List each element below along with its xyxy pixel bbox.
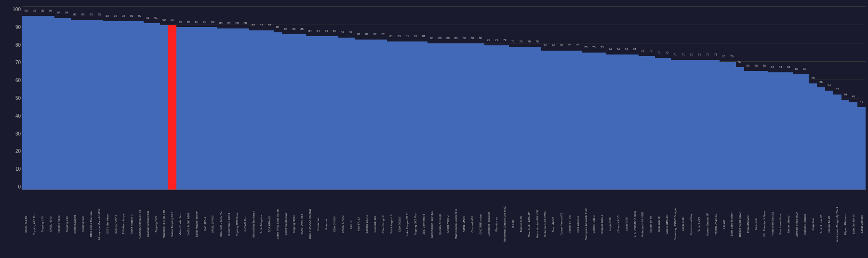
bar-value: 75 <box>601 46 604 49</box>
bar: 79 <box>484 45 493 190</box>
bar-label: Masstrop THX 00 789 <box>162 210 165 238</box>
bar-value: 81 <box>398 35 401 38</box>
bar-value: 82 <box>374 33 377 36</box>
bar: 81 <box>387 41 395 190</box>
bar: 73 <box>639 56 647 190</box>
bar-value: 76 <box>552 44 555 47</box>
bar-label: Chord Mojo 2 <box>446 216 449 233</box>
bar: 76 <box>549 51 558 190</box>
bar-label: Motu Hifi <box>755 218 758 230</box>
bar-label: Schiit LYR2 <box>698 217 701 232</box>
bar-value: 90 <box>162 18 166 21</box>
bar-label: ifi zen can <box>317 217 320 231</box>
bar: 52 <box>833 95 841 190</box>
bar-group: 65ProjectSolaris <box>744 7 752 190</box>
bar-value: 63 <box>795 68 799 70</box>
y-label-30: 30 <box>4 131 21 136</box>
bar-value: 93 <box>90 13 93 16</box>
bar-value: 84 <box>308 29 312 32</box>
bar-value: 79 <box>503 39 507 41</box>
bar-group: 70HD125 <box>720 7 728 190</box>
bar-label: SMSL M500 MKII <box>187 213 190 236</box>
bar-group: 74SPL Phonitor X New <box>630 7 639 190</box>
bar-label: Burson Soloist 3P <box>706 213 709 236</box>
y-label-20: 20 <box>4 149 21 154</box>
bar-group: 80ENCORE mdac <box>476 7 484 190</box>
bar-group: 78Woo Audio HPA-3B <box>525 7 533 190</box>
bar-group: 80Qudelix 5K High <box>436 7 444 190</box>
bar-group: 95SMSL H200 <box>46 7 54 190</box>
bar: 82 <box>363 40 371 190</box>
bar-group: 89Meier Corda Jazz <box>176 7 185 190</box>
bar: 65 <box>744 71 752 190</box>
bar-value: 67 <box>738 60 742 63</box>
bar: 88 <box>225 28 233 190</box>
bar-group: 75Monoprice Monolith THX <box>582 7 590 190</box>
bar-label: EDA 303BS <box>398 217 401 232</box>
bar-group: 90Sabre Topping DX5 <box>168 7 176 190</box>
bar-label: ifi Zen <box>511 220 514 228</box>
bar-label: Sabre Topping DX5 <box>171 212 174 237</box>
bar-group: 91Geshelli Archel2 Bal <box>144 7 152 190</box>
bar-value: 63 <box>803 68 807 70</box>
bar: 81 <box>395 41 403 190</box>
bar-group: 85Sabre A10d 2022 <box>282 7 290 190</box>
bar-value: 85 <box>292 27 295 30</box>
bar-value: 92 <box>130 14 134 17</box>
bar-value: 76 <box>576 44 579 47</box>
bar: 63 <box>801 74 809 190</box>
bar-value: 75 <box>584 46 588 49</box>
bar-label: Qudelix 5K High <box>439 214 441 234</box>
bar-label: Violectric HPA V381 <box>641 211 644 237</box>
bar-value: 89 <box>203 20 206 23</box>
bar-label: SMSL M500 <box>463 217 466 232</box>
bar-value: 82 <box>357 33 361 36</box>
bar-label: xDuoo TA-84 <box>649 216 652 233</box>
bar: 71 <box>687 60 695 190</box>
y-label-100: 100 <box>4 7 21 12</box>
bar-value: 95 <box>25 9 28 12</box>
bar-value: 84 <box>317 29 320 32</box>
bar-group: 56Schiit Loki+ 20 <box>817 7 825 190</box>
bar-label: Sabre A10d 2022 <box>284 213 287 235</box>
bar-value: 80 <box>446 37 450 40</box>
bar-label: Topping DX5 <box>155 216 158 232</box>
bar-group: 52Audioquest Dragonfly Black <box>833 7 841 190</box>
bar-group: 72NAD D3045 <box>655 7 663 190</box>
bar: 81 <box>403 41 412 190</box>
bar-group: 71Burson Soloist 3P <box>704 7 712 190</box>
bar-value: 81 <box>406 35 409 38</box>
bar-label: Geshelli Archel2.5 Pro <box>138 210 141 238</box>
bar-group: 93Monoprice Monolith 887 <box>95 7 103 190</box>
bar: 63 <box>793 74 801 190</box>
bar: 48 <box>849 102 857 190</box>
bar-value: 76 <box>568 44 572 47</box>
bar-group: 75Singxer SDA-2 <box>598 7 606 190</box>
bar-value: 95 <box>49 9 53 12</box>
bar-value: 71 <box>681 53 685 56</box>
bar-label: Topping DX7 Pro <box>414 213 417 235</box>
y-label-40: 40 <box>4 113 21 119</box>
bar-group: 76Ayre CODEX <box>574 7 582 190</box>
bar: 94 <box>54 18 63 190</box>
bar-value: 81 <box>414 35 417 38</box>
bar-label: Klipsch Heritage <box>803 214 806 235</box>
bar: 78 <box>525 47 533 190</box>
bar: 70 <box>720 62 728 190</box>
bar-label: Little Dot MK III <box>852 214 855 234</box>
bar-value: 79 <box>495 39 498 41</box>
bar: 80 <box>452 43 460 190</box>
chart-area: 0 10 20 30 40 50 60 70 80 90 100 95SMSL … <box>22 7 866 190</box>
bar-group: 83SMSL SP200 <box>338 7 347 190</box>
bar-group: 89SMSL M500 MKII <box>185 7 193 190</box>
bar: 90 <box>168 25 176 190</box>
bar: 89 <box>176 27 185 190</box>
bar: 93 <box>71 20 79 190</box>
y-label-80: 80 <box>4 42 21 48</box>
bar: 86 <box>274 32 282 190</box>
bar-group: 93RME ADI-2 Discrete <box>87 7 95 190</box>
bar: 83 <box>338 38 347 190</box>
bar-value: 65 <box>755 64 758 67</box>
bar-group: 84EDA SP200 <box>330 7 338 190</box>
bar: 75 <box>582 53 590 190</box>
